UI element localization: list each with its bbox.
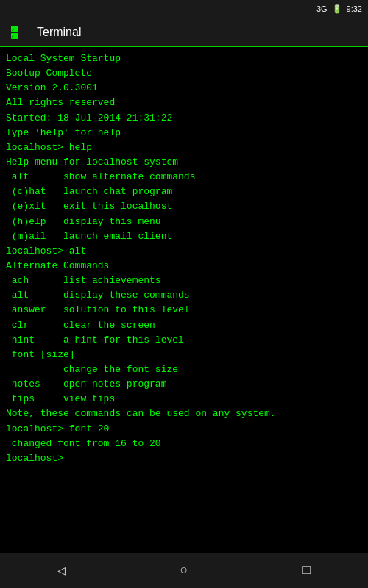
app-title: Terminal [37,26,81,39]
terminal-line: Help menu for localhost system [6,155,362,170]
recent-button[interactable]: □ [288,557,325,584]
terminal-line: Alternate Commands [6,259,362,273]
terminal-line: ach list achievements [6,273,362,288]
terminal-line: answer solution to this level [6,303,362,318]
terminal-output: Local System StartupBootup CompleteVersi… [0,47,368,553]
terminal-line: Local System Startup [6,51,362,66]
terminal-line: (m)ail launch email client [6,229,362,244]
terminal-line: font [size] [6,348,362,362]
terminal-line: localhost> alt [6,244,362,259]
signal-indicator: 3G [316,4,328,13]
terminal-line: Started: 18-Jul-2014 21:31:22 [6,111,362,126]
terminal-line: All rights reserved [6,96,362,110]
title-bar: >_ >_ Terminal [0,18,368,47]
terminal-line: clr clear the screen [6,318,362,333]
terminal-line: Version 2.0.3001 [6,81,362,96]
time-display: 9:32 [347,4,362,13]
terminal-line: notes open notes program [6,377,362,392]
navigation-bar: ◁ ○ □ [0,553,368,588]
status-bar: 3G 🔋 9:32 [0,0,368,18]
home-button[interactable]: ○ [166,557,203,584]
terminal-line: changed font from 16 to 20 [6,437,362,451]
terminal-line: localhost> help [6,140,362,155]
terminal-line: localhost> [6,451,362,466]
app-icon: >_ >_ [9,22,29,43]
terminal-line: Note, these commands can be used on any … [6,406,362,421]
terminal-line: Bootup Complete [6,66,362,81]
terminal-line: (c)hat launch chat program [6,184,362,199]
terminal-line: alt show alternate commands [6,170,362,184]
terminal-line: alt display these commands [6,288,362,303]
terminal-line: (e)xit exit this localhost [6,199,362,214]
svg-text:>_: >_ [12,27,17,32]
terminal-line: change the font size [6,362,362,377]
back-button[interactable]: ◁ [43,556,80,584]
terminal-line: (h)elp display this menu [6,215,362,229]
terminal-line: hint a hint for this level [6,333,362,348]
terminal-line: Type 'help' for help [6,126,362,140]
battery-indicator: 🔋 [332,4,342,14]
terminal-line: localhost> font 20 [6,422,362,437]
svg-text:>_: >_ [12,35,17,40]
terminal-line: tips view tips [6,392,362,406]
